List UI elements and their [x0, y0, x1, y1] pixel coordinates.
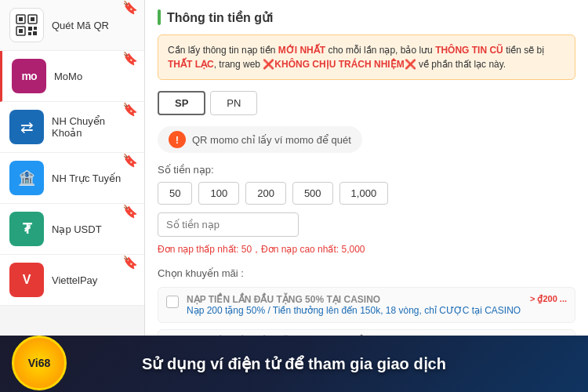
amount-btn-100[interactable]: 100 — [198, 182, 239, 205]
footer-banner-text: Sử dụng ví điện tử để tham gia giao dịch — [142, 354, 446, 373]
promo-desc-0: Nạp 200 tặng 50% / Tiền thưởng lên đến 1… — [187, 305, 524, 316]
svg-rect-9 — [33, 31, 37, 35]
tab-pn[interactable]: PN — [210, 91, 257, 115]
amount-buttons-row: 501002005001,000 — [158, 182, 575, 205]
amount-btn-500[interactable]: 500 — [292, 182, 333, 205]
sidebar-label-bank_transfer: NH Chuyển Khoản — [52, 115, 135, 139]
logo-text: Vi68 — [28, 357, 51, 369]
notice-icon: ! — [169, 131, 186, 148]
promo-item-0[interactable]: NẠP TIỀN LẦN ĐẦU TẶNG 50% TẠI CASINONạp … — [158, 287, 575, 323]
notice-row: ! QR momo chỉ lấy ví momo để quét — [158, 126, 362, 153]
qr-icon — [9, 8, 44, 42]
footer-banner: Vi68 Sử dụng ví điện tử để tham gia giao… — [0, 336, 588, 392]
sidebar-item-online_bank[interactable]: 🏦NH Trực Tuyến🔖 — [0, 153, 144, 204]
bank-icon: ⇄ — [9, 110, 44, 144]
tab-sp[interactable]: SP — [158, 91, 205, 115]
tabs-row: SPPN — [158, 91, 575, 115]
viettel-icon: V — [9, 263, 44, 297]
svg-rect-1 — [19, 17, 23, 21]
bookmark-icon-viettelpay: 🔖 — [122, 255, 138, 270]
promo-title-0: NẠP TIỀN LẦN ĐẦU TẶNG 50% TẠI CASINO — [187, 294, 524, 305]
amount-input[interactable] — [158, 212, 299, 237]
sidebar-item-qr[interactable]: Quét Mã QR🔖 — [0, 0, 144, 51]
svg-rect-5 — [19, 29, 23, 33]
sidebar-item-viettelpay[interactable]: VViettelPay🔖 — [0, 255, 144, 306]
bookmark-icon-usdt: 🔖 — [122, 204, 138, 219]
promo-item-1[interactable]: NẠP TIỀN LẦN ĐẦU TẶNG 128% TẠI NỔ HŨNạp … — [158, 329, 575, 336]
promo-badge-0: > ₫200 ... — [530, 294, 567, 304]
bookmark-icon-momo: 🔖 — [122, 51, 138, 66]
sidebar-label-momo: MoMo — [54, 71, 82, 82]
bookmark-icon-online_bank: 🔖 — [122, 153, 138, 168]
promo-label: Chọn khuyến mãi : — [158, 267, 575, 279]
sidebar-label-online_bank: NH Trực Tuyến — [52, 172, 121, 184]
svg-rect-3 — [31, 17, 34, 21]
section-title-text: Thông tin tiền gửi — [167, 10, 274, 25]
logo-circle: Vi68 — [12, 336, 67, 390]
amount-btn-50[interactable]: 50 — [158, 182, 192, 205]
content-area: Thông tin tiền gửi Cần lấy thông tin nạp… — [145, 0, 588, 336]
title-bar-decoration — [158, 9, 161, 25]
amount-btn-1000[interactable]: 1,000 — [339, 182, 389, 205]
min-max-text: Đơn nạp thấp nhất: 50，Đơn nạp cao nhất: … — [158, 243, 575, 256]
sidebar-label-qr: Quét Mã QR — [52, 20, 109, 31]
sidebar: Quét Mã QR🔖moMoMo🔖⇄NH Chuyển Khoản🔖🏦NH T… — [0, 0, 145, 336]
sidebar-label-viettelpay: ViettelPay — [52, 274, 97, 286]
sidebar-label-usdt: Nạp USDT — [52, 223, 102, 235]
amount-btn-200[interactable]: 200 — [245, 182, 286, 205]
warning-box: Cần lấy thông tin nạp tiền MỚI NHẤT cho … — [158, 34, 575, 80]
usdt-icon: ₮ — [9, 212, 44, 246]
bookmark-icon-bank_transfer: 🔖 — [122, 102, 138, 117]
footer-logo: Vi68 — [8, 336, 71, 392]
promo-list: NẠP TIỀN LẦN ĐẦU TẶNG 50% TẠI CASINONạp … — [158, 287, 575, 336]
bookmark-icon-qr: 🔖 — [122, 0, 138, 15]
online-icon: 🏦 — [9, 161, 44, 195]
sidebar-item-usdt[interactable]: ₮Nạp USDT🔖 — [0, 204, 144, 255]
svg-rect-8 — [28, 32, 31, 35]
promo-content-0: NẠP TIỀN LẦN ĐẦU TẶNG 50% TẠI CASINONạp … — [187, 294, 524, 316]
notice-text: QR momo chỉ lấy ví momo để quét — [192, 134, 351, 146]
svg-rect-7 — [34, 27, 37, 30]
sidebar-item-momo[interactable]: moMoMo🔖 — [0, 51, 144, 102]
svg-rect-6 — [28, 27, 32, 31]
momo-icon: mo — [12, 59, 46, 93]
warning-text: Cần lấy thông tin nạp tiền MỚI NHẤT cho … — [168, 45, 544, 70]
sidebar-item-bank_transfer[interactable]: ⇄NH Chuyển Khoản🔖 — [0, 102, 144, 153]
amount-label: Số tiền nạp: — [158, 164, 575, 176]
section-title: Thông tin tiền gửi — [158, 9, 575, 25]
promo-checkbox-0[interactable] — [166, 296, 179, 308]
